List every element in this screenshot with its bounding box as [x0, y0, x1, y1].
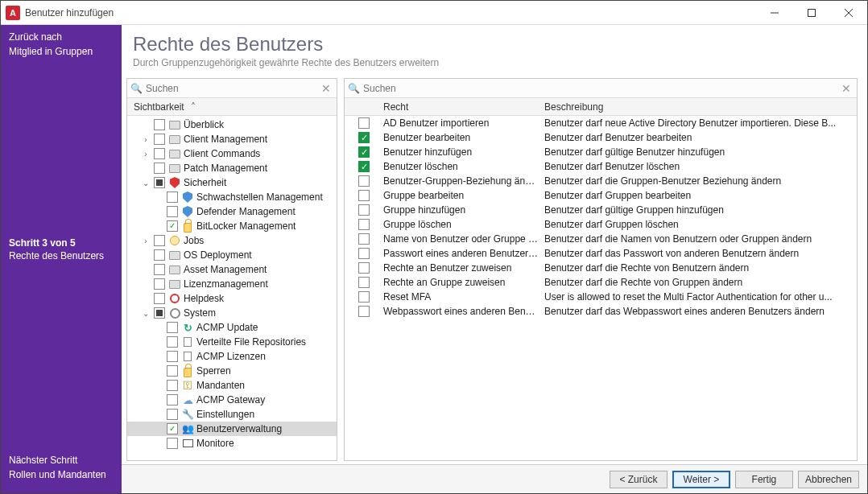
rights-row[interactable]: ✓Benutzer löschenBenutzer darf Benutzer … — [345, 159, 857, 174]
col-beschreibung[interactable]: Beschreibung — [544, 101, 857, 113]
tree-checkbox[interactable] — [167, 438, 178, 449]
rights-row[interactable]: ✓Benutzer bearbeitenBenutzer darf Benutz… — [345, 130, 857, 145]
next-button[interactable]: Weiter > — [672, 471, 730, 488]
rights-checkbox[interactable] — [358, 117, 370, 129]
rights-row[interactable]: Gruppe löschenBenutzer darf Gruppen lösc… — [345, 217, 857, 232]
chevron-right-icon[interactable]: › — [140, 237, 151, 245]
tree-checkbox[interactable] — [154, 249, 165, 261]
tree-checkbox[interactable] — [154, 264, 165, 275]
tree-row[interactable]: ACMP Lizenzen — [127, 349, 337, 364]
rights-row[interactable]: AD Benutzer importierenBenutzer darf neu… — [345, 116, 857, 130]
tree-checkbox[interactable] — [167, 380, 178, 391]
tree-checkbox[interactable] — [167, 336, 178, 348]
rights-search-input[interactable] — [363, 83, 839, 94]
tree-row[interactable]: ›Client Management — [127, 132, 337, 146]
cancel-button[interactable]: Abbrechen — [798, 471, 859, 488]
tree-checkbox[interactable] — [154, 134, 165, 145]
tree-search-input[interactable] — [146, 83, 319, 94]
rights-row[interactable]: Rechte an Benutzer zuweisenBenutzer darf… — [345, 261, 857, 275]
rights-row[interactable]: Rechte an Gruppe zuweisenBenutzer darf d… — [345, 275, 857, 290]
tree-row[interactable]: ›Jobs — [127, 233, 337, 248]
rights-row[interactable]: Benutzer-Gruppen-Beziehung ändernBenutze… — [345, 174, 857, 188]
tree-row[interactable]: Defender Management — [127, 204, 337, 219]
right-name: Gruppe hinzufügen — [383, 204, 544, 216]
tree-row[interactable]: Verteilte File Repositories — [127, 335, 337, 349]
tree-checkbox[interactable]: ✓ — [167, 423, 178, 434]
rights-row[interactable]: ✓Benutzer hinzufügenBenutzer darf gültig… — [345, 145, 857, 159]
back-link-1[interactable]: Zurück nach — [9, 31, 114, 43]
tree-row[interactable]: ⌄System — [127, 306, 337, 320]
tree-checkbox[interactable] — [167, 322, 178, 333]
rights-checkbox[interactable] — [358, 277, 370, 288]
tree-row[interactable]: Helpdesk — [127, 291, 337, 306]
minimize-button[interactable] — [756, 1, 793, 25]
rights-checkbox[interactable] — [358, 204, 370, 216]
tree-row[interactable]: 🔧Einstellungen — [127, 407, 337, 422]
chevron-down-icon[interactable]: ⌄ — [140, 309, 151, 318]
tree-row[interactable]: Schwachstellen Management — [127, 190, 337, 204]
tree-row[interactable]: Lizenzmanagement — [127, 277, 337, 291]
clear-search-icon[interactable]: ✕ — [839, 82, 854, 95]
tree-checkbox[interactable] — [167, 394, 178, 405]
tree-row[interactable]: Asset Management — [127, 262, 337, 277]
tree-checkbox[interactable] — [154, 278, 165, 290]
back-button[interactable]: < Zurück — [610, 471, 668, 488]
tree-row[interactable]: ↻ACMP Update — [127, 320, 337, 335]
rights-table-body[interactable]: AD Benutzer importierenBenutzer darf neu… — [345, 116, 857, 460]
tree-row[interactable]: ✓BitLocker Management — [127, 219, 337, 233]
finish-button[interactable]: Fertig — [735, 471, 793, 488]
rights-row[interactable]: Gruppe hinzufügenBenutzer darf gültige G… — [345, 203, 857, 217]
tree-row[interactable]: Patch Management — [127, 161, 337, 175]
close-button[interactable] — [830, 1, 867, 25]
chevron-down-icon[interactable]: ⌄ — [140, 179, 151, 187]
rights-checkbox[interactable] — [358, 306, 370, 317]
tree-group-header[interactable]: Sichtbarkeit ˄ — [127, 98, 337, 116]
tree-checkbox[interactable] — [167, 365, 178, 377]
rights-checkbox[interactable] — [358, 291, 370, 303]
rights-checkbox[interactable] — [358, 219, 370, 230]
back-link-2[interactable]: Mitglied in Gruppen — [9, 46, 114, 57]
rights-row[interactable]: Passwort eines anderen Benutzers ...Benu… — [345, 246, 857, 261]
rights-checkbox[interactable]: ✓ — [358, 132, 370, 143]
rights-row[interactable]: Reset MFAUser is allowed to reset the Mu… — [345, 290, 857, 304]
tree-checkbox[interactable] — [154, 235, 165, 246]
tree-checkbox[interactable] — [167, 351, 178, 362]
chevron-right-icon[interactable]: › — [140, 135, 151, 144]
tree-checkbox[interactable] — [154, 293, 165, 304]
rights-checkbox[interactable] — [358, 175, 370, 187]
rights-checkbox[interactable] — [358, 248, 370, 259]
tree-checkbox[interactable] — [167, 206, 178, 217]
rights-checkbox[interactable]: ✓ — [358, 146, 370, 158]
col-recht[interactable]: Recht — [383, 101, 544, 113]
tree-checkbox[interactable]: ✓ — [167, 220, 178, 232]
rights-row[interactable]: Name von Benutzer oder Gruppe än...Benut… — [345, 232, 857, 246]
tree-checkbox[interactable] — [167, 409, 178, 420]
chevron-right-icon[interactable]: › — [140, 150, 151, 158]
next-link-1[interactable]: Nächster Schritt — [9, 455, 114, 466]
tree-checkbox[interactable] — [154, 163, 165, 174]
tree-row[interactable]: ⚿Mandanten — [127, 378, 337, 393]
rights-checkbox[interactable] — [358, 233, 370, 245]
tree-row[interactable]: ✓👥Benutzerverwaltung — [127, 422, 337, 436]
tree-checkbox[interactable] — [154, 119, 165, 130]
next-link-2[interactable]: Rollen und Mandanten — [9, 469, 114, 480]
visibility-tree[interactable]: Überblick›Client Management›Client Comma… — [127, 116, 337, 460]
rights-checkbox[interactable] — [358, 190, 370, 201]
tree-checkbox[interactable] — [167, 191, 178, 203]
tree-row[interactable]: ☁ACMP Gateway — [127, 393, 337, 407]
tree-checkbox[interactable] — [154, 148, 165, 159]
tree-row[interactable]: ›Client Commands — [127, 146, 337, 161]
tree-row[interactable]: Monitore — [127, 436, 337, 451]
rights-row[interactable]: Gruppe bearbeitenBenutzer darf Gruppen b… — [345, 188, 857, 203]
tree-row[interactable]: ⌄Sicherheit — [127, 175, 337, 190]
tree-row[interactable]: OS Deployment — [127, 248, 337, 262]
tree-checkbox[interactable] — [154, 177, 165, 188]
maximize-button[interactable] — [793, 1, 830, 25]
rights-row[interactable]: Webpasswort eines anderen Benutz...Benut… — [345, 304, 857, 319]
rights-checkbox[interactable] — [358, 262, 370, 274]
rights-checkbox[interactable]: ✓ — [358, 161, 370, 172]
tree-checkbox[interactable] — [154, 307, 165, 319]
tree-row[interactable]: Sperren — [127, 364, 337, 378]
tree-row[interactable]: Überblick — [127, 117, 337, 132]
clear-search-icon[interactable]: ✕ — [319, 82, 333, 95]
